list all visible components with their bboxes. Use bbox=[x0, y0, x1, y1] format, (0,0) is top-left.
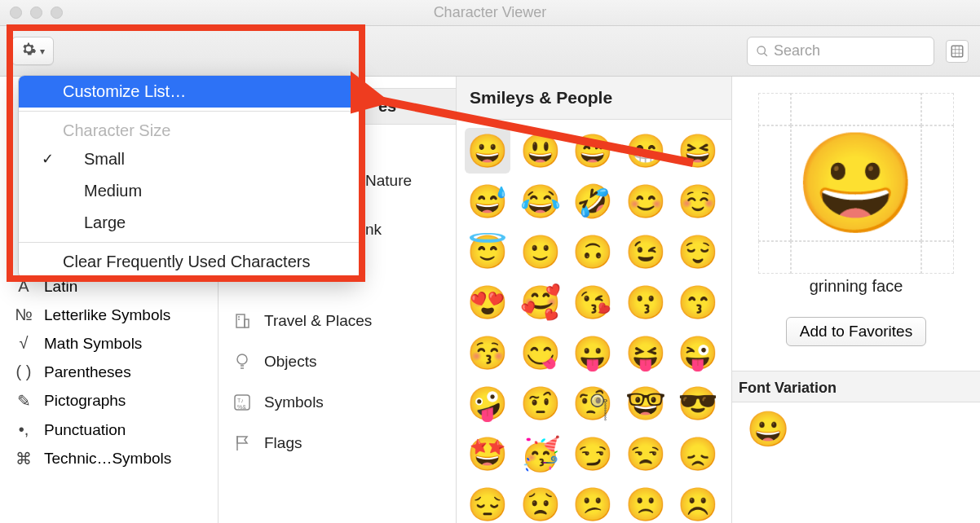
emoji-cell[interactable]: 😒 bbox=[623, 431, 669, 477]
emoji-cell[interactable]: 🙁 bbox=[623, 481, 669, 523]
emoji-cell[interactable]: 😃 bbox=[518, 128, 563, 174]
font-variation-label: Font Variation bbox=[732, 371, 980, 402]
emoji-cell[interactable]: 😝 bbox=[623, 330, 669, 376]
emoji-cell[interactable]: 😀 bbox=[465, 128, 510, 174]
category-item-label: Travel & Places bbox=[264, 312, 372, 330]
settings-menu-button[interactable]: ▾ bbox=[11, 37, 54, 65]
emoji-cell[interactable]: 😌 bbox=[675, 229, 721, 275]
emoji-cell[interactable]: 😏 bbox=[570, 431, 616, 477]
symbols-icon: T♪%& bbox=[232, 392, 253, 413]
sidebar-item-label: Parentheses bbox=[44, 363, 131, 381]
emoji-cell[interactable]: 😔 bbox=[465, 481, 510, 523]
font-variation-glyph[interactable]: 😀 bbox=[744, 402, 792, 455]
emoji-cell[interactable]: 😚 bbox=[465, 330, 510, 376]
building-icon bbox=[232, 310, 253, 332]
emoji-cell[interactable]: 🧐 bbox=[570, 380, 616, 426]
close-window-button[interactable] bbox=[10, 7, 22, 19]
menu-size-large[interactable]: Large bbox=[19, 207, 360, 239]
emoji-cell[interactable]: 🤪 bbox=[465, 380, 510, 426]
sidebar-item-math[interactable]: √Math Symbols bbox=[0, 329, 218, 358]
category-item-objects[interactable]: Objects bbox=[219, 341, 456, 382]
emoji-cell[interactable]: 😆 bbox=[675, 128, 721, 174]
emoji-cell[interactable]: 🥳 bbox=[518, 431, 563, 477]
punctuation-icon: •, bbox=[13, 420, 34, 439]
sidebar-item-letterlike[interactable]: №Letterlike Symbols bbox=[0, 301, 218, 329]
emoji-cell[interactable]: 😍 bbox=[465, 279, 510, 325]
emoji-cell[interactable]: 😗 bbox=[623, 279, 669, 325]
search-input[interactable] bbox=[774, 42, 925, 59]
emoji-section-header: Smileys & People bbox=[457, 77, 731, 120]
search-icon bbox=[756, 44, 769, 59]
menu-size-medium[interactable]: Medium bbox=[19, 175, 360, 207]
emoji-cell[interactable]: 🤩 bbox=[465, 431, 510, 477]
sidebar-item-label: Letterlike Symbols bbox=[44, 306, 170, 324]
emoji-cell[interactable]: 😄 bbox=[570, 128, 616, 174]
sidebar-item-label: Pictographs bbox=[44, 392, 126, 410]
category-item-flags[interactable]: Flags bbox=[219, 423, 456, 464]
emoji-cell[interactable]: 😟 bbox=[518, 481, 563, 523]
settings-dropdown-menu: Customize List… Character Size Small Med… bbox=[18, 75, 360, 279]
sidebar-item-punctuation[interactable]: •,Punctuation bbox=[0, 415, 218, 444]
minimize-window-button[interactable] bbox=[30, 7, 42, 19]
pencil-icon: ✎ bbox=[13, 391, 34, 411]
toolbar: ▾ bbox=[0, 26, 980, 77]
emoji-cell[interactable]: 😕 bbox=[570, 481, 616, 523]
svg-text:%&: %& bbox=[237, 404, 246, 410]
menu-separator bbox=[19, 111, 360, 112]
character-detail-pane: 😀 grinning face Add to Favorites Font Va… bbox=[732, 77, 980, 523]
emoji-cell[interactable]: 🤓 bbox=[623, 380, 669, 426]
category-item-label: Nature bbox=[365, 172, 412, 190]
menu-size-label: Character Size bbox=[19, 115, 360, 143]
menu-size-small[interactable]: Small bbox=[19, 143, 360, 175]
emoji-cell[interactable]: 😉 bbox=[623, 229, 669, 275]
emoji-cell[interactable]: 😋 bbox=[518, 330, 563, 376]
gear-icon bbox=[20, 41, 37, 61]
bulb-icon bbox=[232, 351, 253, 372]
category-item-label: Objects bbox=[264, 353, 316, 371]
category-item-label: Flags bbox=[264, 434, 302, 452]
svg-rect-5 bbox=[236, 314, 245, 327]
sidebar-item-parentheses[interactable]: ( )Parentheses bbox=[0, 358, 218, 386]
sidebar-item-label: Punctuation bbox=[44, 421, 126, 439]
character-preview: 😀 bbox=[758, 93, 954, 256]
titlebar: Character Viewer bbox=[0, 0, 980, 26]
emoji-cell[interactable]: 🙃 bbox=[570, 229, 616, 275]
category-item-symbols[interactable]: T♪%& Symbols bbox=[219, 382, 456, 423]
search-field[interactable] bbox=[747, 37, 934, 66]
numero-icon: № bbox=[13, 305, 34, 324]
svg-rect-6 bbox=[245, 319, 249, 327]
grid-icon bbox=[950, 44, 965, 59]
emoji-cell[interactable]: 😅 bbox=[465, 178, 510, 224]
add-to-favorites-button[interactable]: Add to Favorites bbox=[786, 317, 926, 346]
emoji-cell[interactable]: 😂 bbox=[518, 178, 563, 224]
emoji-cell[interactable]: 😛 bbox=[570, 330, 616, 376]
emoji-cell[interactable]: 😙 bbox=[675, 279, 721, 325]
parentheses-icon: ( ) bbox=[13, 363, 34, 381]
emoji-cell[interactable]: 😎 bbox=[675, 380, 721, 426]
emoji-cell[interactable]: 😇 bbox=[465, 229, 510, 275]
sidebar-item-technical[interactable]: ⌘Technic…Symbols bbox=[0, 444, 218, 473]
emoji-cell[interactable]: ☹️ bbox=[675, 481, 721, 523]
emoji-cell[interactable]: ☺️ bbox=[675, 178, 721, 224]
compact-view-button[interactable] bbox=[946, 40, 969, 63]
emoji-cell[interactable]: 🤨 bbox=[518, 380, 563, 426]
zoom-window-button[interactable] bbox=[51, 7, 63, 19]
menu-clear-frequent[interactable]: Clear Frequently Used Characters bbox=[19, 246, 360, 278]
emoji-cell[interactable]: 🤣 bbox=[570, 178, 616, 224]
emoji-cell[interactable]: 🙂 bbox=[518, 229, 563, 275]
emoji-cell[interactable]: 😘 bbox=[570, 279, 616, 325]
letter-a-icon: A bbox=[13, 277, 34, 296]
menu-separator bbox=[19, 242, 360, 243]
flag-icon bbox=[232, 433, 253, 454]
emoji-cell[interactable]: 😜 bbox=[675, 330, 721, 376]
emoji-cell[interactable]: 😞 bbox=[675, 431, 721, 477]
emoji-grid-pane: Smileys & People 😀😃😄😁😆😅😂🤣😊☺️😇🙂🙃😉😌😍🥰😘😗😙😚😋… bbox=[457, 77, 732, 523]
window-title: Character Viewer bbox=[434, 4, 547, 21]
preview-glyph: 😀 bbox=[791, 125, 921, 241]
emoji-cell[interactable]: 😁 bbox=[623, 128, 669, 174]
emoji-cell[interactable]: 😊 bbox=[623, 178, 669, 224]
sidebar-item-pictographs[interactable]: ✎Pictographs bbox=[0, 386, 218, 415]
menu-customize-list[interactable]: Customize List… bbox=[19, 76, 360, 108]
category-item-travel[interactable]: Travel & Places bbox=[219, 301, 456, 341]
emoji-cell[interactable]: 🥰 bbox=[518, 279, 563, 325]
